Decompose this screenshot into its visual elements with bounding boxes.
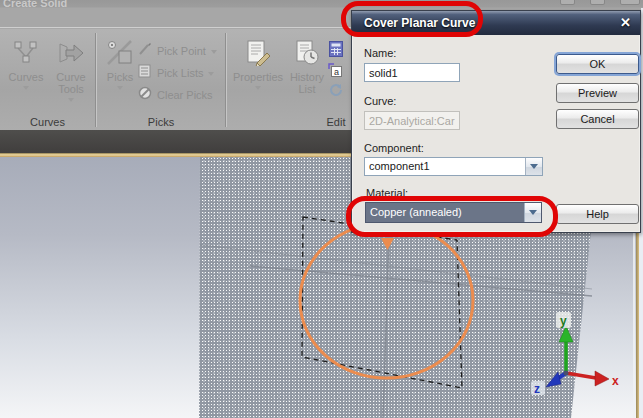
pick-lists-icon bbox=[138, 64, 152, 82]
name-field[interactable] bbox=[364, 63, 460, 82]
component-dropdown[interactable]: component1 bbox=[364, 157, 543, 176]
history-list-button[interactable]: History List bbox=[286, 37, 328, 111]
chevron-down-icon bbox=[117, 86, 123, 90]
calculator-icon[interactable] bbox=[327, 40, 344, 58]
axis-triad-icon: y x z bbox=[531, 312, 619, 396]
chevron-down-icon bbox=[529, 210, 537, 215]
curves-icon bbox=[14, 37, 38, 69]
component-dropdown-button[interactable] bbox=[525, 158, 542, 175]
help-button[interactable]: Help bbox=[556, 204, 639, 224]
chevron-down-icon bbox=[211, 50, 217, 54]
material-label: Material: bbox=[366, 187, 408, 199]
chevron-down-icon bbox=[255, 86, 261, 90]
component-label: Component: bbox=[364, 142, 424, 154]
history-list-icon bbox=[294, 37, 320, 69]
material-dropdown-button[interactable] bbox=[524, 203, 541, 222]
dialog-title[interactable]: Cover Planar Curve bbox=[352, 11, 640, 35]
preview-button[interactable]: Preview bbox=[556, 83, 639, 103]
chevron-down-icon bbox=[23, 86, 29, 90]
axis-x-label: x bbox=[612, 374, 619, 388]
pick-point-icon bbox=[138, 42, 152, 60]
window-close-button[interactable] bbox=[620, 0, 640, 5]
pick-point-button[interactable]: Pick Point bbox=[138, 41, 230, 61]
group-divider bbox=[95, 33, 97, 127]
curve-field bbox=[364, 111, 460, 130]
picks-icon bbox=[106, 37, 134, 69]
clear-picks-button[interactable]: Clear Picks bbox=[138, 85, 230, 105]
ribbon-group-picks: Picks bbox=[96, 116, 226, 128]
ok-button[interactable]: OK bbox=[556, 54, 639, 74]
curve-direction-arrow-icon bbox=[381, 238, 394, 250]
ribbon-group-curves: Curves bbox=[0, 116, 95, 128]
svg-text:a: a bbox=[334, 67, 339, 77]
chevron-down-icon bbox=[530, 164, 538, 169]
axis-y-label: y bbox=[560, 314, 567, 328]
curve-tools-icon bbox=[57, 37, 85, 69]
clear-picks-icon bbox=[138, 86, 152, 104]
curve-tools-button[interactable]: Curve Tools bbox=[48, 37, 94, 111]
properties-button[interactable]: Properties bbox=[230, 37, 286, 111]
close-icon[interactable]: ✕ bbox=[616, 14, 635, 32]
curve-label: Curve: bbox=[364, 95, 396, 107]
curves-button[interactable]: Curves bbox=[4, 37, 48, 111]
refresh-icon[interactable] bbox=[327, 81, 344, 99]
chevron-down-icon bbox=[68, 98, 74, 102]
properties-icon bbox=[245, 37, 271, 69]
group-divider bbox=[225, 33, 227, 127]
material-dropdown[interactable]: Copper (annealed) bbox=[365, 202, 542, 223]
variable-icon[interactable]: a bbox=[327, 61, 344, 79]
application-window: Create Solid Curves bbox=[0, 0, 643, 418]
cancel-button[interactable]: Cancel bbox=[556, 109, 639, 129]
minimize-button[interactable] bbox=[560, 0, 575, 5]
chevron-down-icon bbox=[208, 72, 214, 76]
window-caption: Create Solid bbox=[3, 0, 203, 7]
pick-lists-button[interactable]: Pick Lists bbox=[138, 63, 230, 83]
maximize-button[interactable] bbox=[590, 0, 605, 5]
cover-planar-curve-dialog: Cover Planar Curve ✕ Name: Curve: Compon… bbox=[351, 10, 641, 233]
picks-button[interactable]: Picks bbox=[100, 37, 140, 111]
axis-z-label: z bbox=[534, 382, 540, 396]
name-label: Name: bbox=[364, 47, 396, 59]
